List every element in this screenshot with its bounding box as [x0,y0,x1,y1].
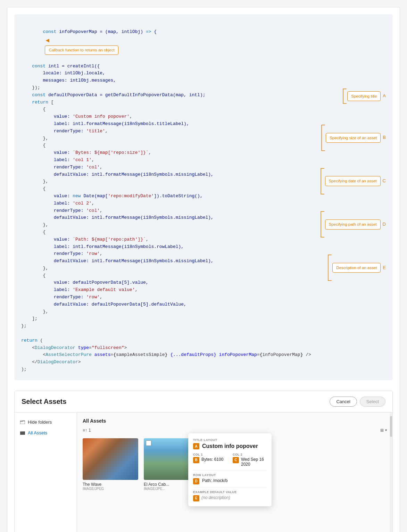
annotation-e: Description of an asset E [325,254,386,281]
popover-cols: COL 1 B Bytes: 6100 COL 2 C Wed Sep 16 2… [193,453,267,467]
code-line-18c: renderType: 'row', [21,250,285,258]
asset-card-wave[interactable]: The Wave IMAGE/JPEG [83,438,138,491]
hide-folders-label: Hide folders [28,419,52,425]
view-chevron: ▾ [385,428,387,432]
page-title: Select Assets [22,398,66,406]
popover-col1: COL 1 B Bytes: 6100 [193,453,227,467]
annotation-c-box: Specifying date of an asset [325,176,381,186]
code-block-a-close: }, [21,135,285,142]
popover-example-value: (no description) [201,495,230,500]
code-line-12c: renderType: 'col', [21,164,285,171]
code-line-obj-close: }; [21,323,285,330]
popover-divider-2 [193,487,267,488]
callback-callout: Callback function to returns an object [45,45,118,55]
popover-row-item-d: D Path: /mock/b [193,478,267,484]
popover-col2: COL 2 C Wed Sep 16 2020 [233,453,267,467]
code-block-a-open: { [21,106,285,113]
header-buttons: Cancel Select [330,397,385,407]
code-line-15c: renderType: 'col', [21,207,285,215]
popover-title-section-label: TITLE LAYOUT [193,438,267,442]
popover-col2-label: COL 2 [233,453,267,456]
code-line-3: locale: intlObj.locale, [21,70,285,77]
code-line-15a: value: new Date(map['repo:modifyDate']).… [21,193,285,200]
code-line-return: return ( [21,337,285,344]
scrollbar-thumb[interactable] [390,416,392,437]
code-line-dialog-close: </DialogDecorator> [21,359,285,366]
ui-body: Hide folders All Assets All Assets ≡↑ 1 [15,413,392,532]
code-block-c-open: { [21,185,285,193]
grid-icon: ⊞ [380,428,384,433]
code-line-15d: defaultValue: intl.formatMessage(i18nSym… [21,214,285,222]
sidebar: Hide folders All Assets [15,413,77,532]
code-line-6: const defaultPopoverData = getDefaultInf… [21,92,285,99]
code-line-paren-close: ); [21,366,285,373]
annotation-d-label: D [383,221,386,228]
sidebar-item-all-assets[interactable]: All Assets [15,427,77,438]
code-line-21d: defaultValue: defaultPopoverData[5].defa… [21,301,285,308]
code-line-18d: defaultValue: intl.formatMessage(i18nSym… [21,258,285,265]
asset-type-wave: IMAGE/JPEG [83,487,138,491]
code-line-18b: label: intl.formatMessage(i18nSymbols.ro… [21,243,285,251]
asset-selector-ui: Select Assets Cancel Select Hide folders [14,391,393,532]
popover-col2-badge: C [233,457,239,463]
select-button[interactable]: Select [360,397,385,407]
popover-example-label: EXAMPLE DEFAULT VALUE [193,490,267,494]
annotation-d-box: Specifying path of an asset [325,219,381,229]
code-line-9a: value: 'Custom info popover', [21,113,285,120]
scrollbar[interactable] [390,413,392,532]
svg-rect-1 [20,432,25,435]
popover-col1-label: COL 1 [193,453,227,456]
annotation-a-box: Specifying title [347,91,381,101]
bracket-e-icon [325,254,332,281]
annotation-a: Specifying title A [340,88,386,104]
code-line-asset-selector: <AssetSelectorPure assets={sampleAssetsS… [21,351,285,359]
code-block: const intl = createIntl({ locale: intlOb… [21,63,285,373]
view-toggle[interactable]: ⊞ ▾ [380,428,387,433]
popover-title-badge: A [193,443,199,449]
main-content: All Assets ≡↑ 1 ⊞ ▾ [77,413,392,532]
all-assets-folder-icon [20,431,25,435]
annotation-c-label: C [383,177,386,185]
popover-col2-value: Wed Sep 16 2020 [241,457,267,467]
code-block-e-open: { [21,272,285,280]
code-line-21a: value: defaultPopoverData[5].value, [21,279,285,286]
code-line-dialog-open: <DialogDecorator type="fullscreen"> [21,344,285,352]
asset-thumb-wave [83,438,138,480]
code-line-array-close: ]; [21,315,285,323]
asset-name-wave: The Wave [83,482,138,487]
code-section: const infoPopoverMap = (map, intlObj) =>… [14,14,393,380]
code-block-d-close: }, [21,265,285,272]
bracket-c-icon [318,168,325,195]
annotation-e-label: E [383,264,386,272]
sidebar-item-hide-folders[interactable]: Hide folders [15,417,77,427]
code-line-12a: value: `Bytes: ${map['repo:size']}`, [21,149,285,157]
bracket-a-icon [340,88,347,104]
popover-title-row: A Custom info popover [193,443,267,449]
code-line-18a: value: `Path: ${map['repo:path']}`, [21,236,285,243]
cancel-button[interactable]: Cancel [330,397,357,407]
popover-row-value-d: Path: /mock/b [202,478,227,483]
annotation-b-label: B [383,134,386,141]
annotation-d: Specifying path of an asset D [318,211,386,238]
popover-example-badge: E [193,495,199,501]
code-block-e-close: }, [21,308,285,316]
annotations-column: Specifying title A Specifying size of an… [285,63,386,373]
toolbar: ≡↑ 1 ⊞ ▾ [83,428,387,433]
code-block-b-open: { [21,142,285,149]
info-popover: TITLE LAYOUT A Custom info popover COL 1… [188,433,272,506]
code-line-9c: renderType: 'title', [21,128,285,135]
asset-checkbox[interactable] [146,440,151,446]
code-line-blank [21,330,285,337]
code-line-12d: defaultValue: intl.formatMessage(i18nSym… [21,171,285,178]
code-line-21c: renderType: 'row', [21,294,285,301]
code-line-12b: label: 'col 1', [21,157,285,164]
svg-rect-0 [20,421,25,424]
wave-image [83,438,138,480]
code-line-4: messages: intlObj.messages, [21,77,285,84]
popover-row-section-label: ROW LAYOUT [193,473,267,477]
bracket-d-icon [318,211,325,238]
annotation-b-box: Specifying size of an asset [326,133,381,143]
code-line-1: const infoPopoverMap = (map, intlObj) =>… [21,21,386,62]
sort-button[interactable]: ≡↑ 1 [83,428,91,433]
all-assets-label: All Assets [28,430,47,435]
